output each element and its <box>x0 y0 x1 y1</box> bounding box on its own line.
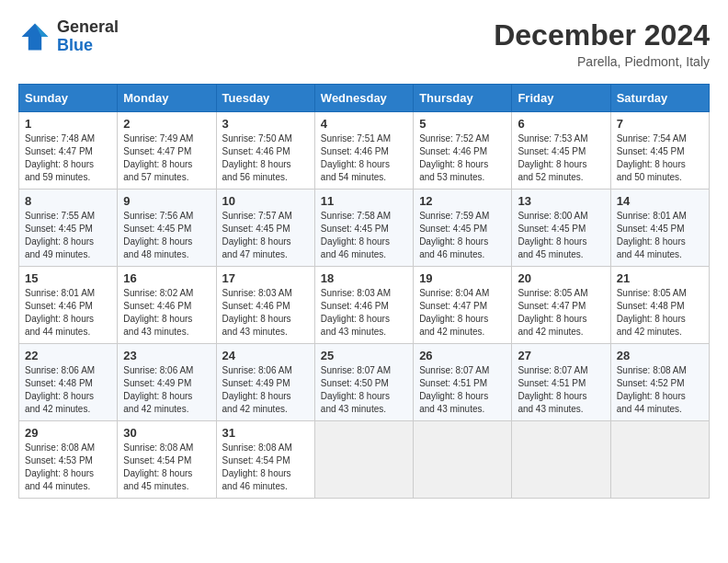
calendar-cell: 4Sunrise: 7:51 AMSunset: 4:46 PMDaylight… <box>314 112 413 190</box>
calendar-cell: 15Sunrise: 8:01 AMSunset: 4:46 PMDayligh… <box>19 267 118 344</box>
calendar-cell <box>512 421 610 499</box>
logo-general: General <box>57 17 119 36</box>
day-number: 5 <box>419 117 506 131</box>
calendar-cell: 26Sunrise: 8:07 AMSunset: 4:51 PMDayligh… <box>414 344 512 421</box>
calendar-cell: 14Sunrise: 8:01 AMSunset: 4:45 PMDayligh… <box>610 190 709 267</box>
cell-info: Sunrise: 7:59 AMSunset: 4:45 PMDaylight:… <box>419 211 489 259</box>
calendar-day-header: Friday <box>512 85 610 112</box>
calendar-week-row: 8Sunrise: 7:55 AMSunset: 4:45 PMDaylight… <box>19 190 710 267</box>
day-number: 19 <box>419 271 506 285</box>
logo-text: General Blue <box>57 18 119 55</box>
day-number: 16 <box>123 271 210 285</box>
day-number: 6 <box>518 117 604 131</box>
cell-info: Sunrise: 7:58 AMSunset: 4:45 PMDaylight:… <box>321 211 391 259</box>
calendar-day-header: Sunday <box>19 85 118 112</box>
cell-info: Sunrise: 8:06 AMSunset: 4:49 PMDaylight:… <box>123 365 193 414</box>
cell-info: Sunrise: 8:07 AMSunset: 4:51 PMDaylight:… <box>419 365 489 414</box>
day-number: 14 <box>617 194 703 208</box>
cell-info: Sunrise: 8:08 AMSunset: 4:52 PMDaylight:… <box>617 365 687 414</box>
calendar-day-header: Wednesday <box>314 85 413 112</box>
calendar-week-row: 15Sunrise: 8:01 AMSunset: 4:46 PMDayligh… <box>19 267 710 344</box>
calendar-cell: 20Sunrise: 8:05 AMSunset: 4:47 PMDayligh… <box>512 267 610 344</box>
cell-info: Sunrise: 7:50 AMSunset: 4:46 PMDaylight:… <box>222 133 292 182</box>
month-year: December 2024 <box>494 18 710 52</box>
day-number: 10 <box>222 194 309 208</box>
calendar-day-header: Tuesday <box>216 85 314 112</box>
calendar-cell: 27Sunrise: 8:07 AMSunset: 4:51 PMDayligh… <box>512 344 610 421</box>
calendar-cell <box>314 421 413 499</box>
cell-info: Sunrise: 8:07 AMSunset: 4:50 PMDaylight:… <box>321 365 391 414</box>
cell-info: Sunrise: 7:51 AMSunset: 4:46 PMDaylight:… <box>321 133 391 182</box>
calendar-week-row: 22Sunrise: 8:06 AMSunset: 4:48 PMDayligh… <box>19 344 710 421</box>
day-number: 21 <box>617 271 703 285</box>
calendar-cell: 13Sunrise: 8:00 AMSunset: 4:45 PMDayligh… <box>512 190 610 267</box>
calendar-cell: 2Sunrise: 7:49 AMSunset: 4:47 PMDaylight… <box>118 112 216 190</box>
day-number: 9 <box>123 194 210 208</box>
calendar-cell: 24Sunrise: 8:06 AMSunset: 4:49 PMDayligh… <box>216 344 314 421</box>
day-number: 4 <box>321 117 407 131</box>
calendar-cell <box>610 421 709 499</box>
day-number: 7 <box>617 117 703 131</box>
cell-info: Sunrise: 7:48 AMSunset: 4:47 PMDaylight:… <box>25 133 95 182</box>
calendar-table: SundayMondayTuesdayWednesdayThursdayFrid… <box>18 84 710 499</box>
calendar-cell: 23Sunrise: 8:06 AMSunset: 4:49 PMDayligh… <box>118 344 216 421</box>
cell-info: Sunrise: 8:01 AMSunset: 4:46 PMDaylight:… <box>25 288 95 337</box>
day-number: 26 <box>419 349 506 362</box>
cell-info: Sunrise: 8:02 AMSunset: 4:46 PMDaylight:… <box>123 288 193 337</box>
calendar-cell: 25Sunrise: 8:07 AMSunset: 4:50 PMDayligh… <box>314 344 413 421</box>
calendar-cell <box>414 421 512 499</box>
calendar-day-header: Monday <box>118 85 216 112</box>
calendar-cell: 8Sunrise: 7:55 AMSunset: 4:45 PMDaylight… <box>19 190 118 267</box>
cell-info: Sunrise: 7:49 AMSunset: 4:47 PMDaylight:… <box>123 133 193 182</box>
calendar-cell: 30Sunrise: 8:08 AMSunset: 4:54 PMDayligh… <box>118 421 216 499</box>
day-number: 2 <box>123 117 210 131</box>
cell-info: Sunrise: 8:01 AMSunset: 4:45 PMDaylight:… <box>617 211 687 259</box>
calendar-cell: 10Sunrise: 7:57 AMSunset: 4:45 PMDayligh… <box>216 190 314 267</box>
location: Parella, Piedmont, Italy <box>494 54 710 69</box>
cell-info: Sunrise: 8:07 AMSunset: 4:51 PMDaylight:… <box>518 365 587 414</box>
day-number: 1 <box>25 117 111 131</box>
calendar-cell: 12Sunrise: 7:59 AMSunset: 4:45 PMDayligh… <box>414 190 512 267</box>
day-number: 13 <box>518 194 604 208</box>
calendar-cell: 9Sunrise: 7:56 AMSunset: 4:45 PMDaylight… <box>118 190 216 267</box>
day-number: 17 <box>222 271 309 285</box>
calendar-cell: 28Sunrise: 8:08 AMSunset: 4:52 PMDayligh… <box>610 344 709 421</box>
cell-info: Sunrise: 8:06 AMSunset: 4:48 PMDaylight:… <box>25 365 95 414</box>
day-number: 18 <box>321 271 407 285</box>
calendar-body: 1Sunrise: 7:48 AMSunset: 4:47 PMDaylight… <box>19 112 710 499</box>
calendar-cell: 22Sunrise: 8:06 AMSunset: 4:48 PMDayligh… <box>19 344 118 421</box>
calendar-cell: 19Sunrise: 8:04 AMSunset: 4:47 PMDayligh… <box>414 267 512 344</box>
cell-info: Sunrise: 7:57 AMSunset: 4:45 PMDaylight:… <box>222 211 292 259</box>
calendar-week-row: 1Sunrise: 7:48 AMSunset: 4:47 PMDaylight… <box>19 112 710 190</box>
cell-info: Sunrise: 7:53 AMSunset: 4:45 PMDaylight:… <box>518 133 587 182</box>
cell-info: Sunrise: 8:08 AMSunset: 4:54 PMDaylight:… <box>123 442 193 491</box>
calendar-cell: 1Sunrise: 7:48 AMSunset: 4:47 PMDaylight… <box>19 112 118 190</box>
day-number: 22 <box>25 349 111 362</box>
calendar-day-header: Saturday <box>610 85 709 112</box>
day-number: 24 <box>222 349 309 362</box>
cell-info: Sunrise: 8:05 AMSunset: 4:47 PMDaylight:… <box>518 288 587 337</box>
calendar-cell: 3Sunrise: 7:50 AMSunset: 4:46 PMDaylight… <box>216 112 314 190</box>
calendar-cell: 17Sunrise: 8:03 AMSunset: 4:46 PMDayligh… <box>216 267 314 344</box>
calendar-cell: 5Sunrise: 7:52 AMSunset: 4:46 PMDaylight… <box>414 112 512 190</box>
day-number: 28 <box>617 349 703 362</box>
calendar-cell: 7Sunrise: 7:54 AMSunset: 4:45 PMDaylight… <box>610 112 709 190</box>
logo-icon <box>18 20 51 53</box>
logo-blue: Blue <box>57 36 93 54</box>
day-number: 27 <box>518 349 604 362</box>
cell-info: Sunrise: 8:03 AMSunset: 4:46 PMDaylight:… <box>222 288 292 337</box>
calendar-cell: 29Sunrise: 8:08 AMSunset: 4:53 PMDayligh… <box>19 421 118 499</box>
cell-info: Sunrise: 7:52 AMSunset: 4:46 PMDaylight:… <box>419 133 489 182</box>
calendar-cell: 31Sunrise: 8:08 AMSunset: 4:54 PMDayligh… <box>216 421 314 499</box>
calendar-day-header: Thursday <box>414 85 512 112</box>
calendar-cell: 18Sunrise: 8:03 AMSunset: 4:46 PMDayligh… <box>314 267 413 344</box>
cell-info: Sunrise: 8:05 AMSunset: 4:48 PMDaylight:… <box>617 288 687 337</box>
calendar-week-row: 29Sunrise: 8:08 AMSunset: 4:53 PMDayligh… <box>19 421 710 499</box>
day-number: 29 <box>25 426 111 440</box>
day-number: 25 <box>321 349 407 362</box>
logo: General Blue <box>18 18 119 55</box>
cell-info: Sunrise: 7:56 AMSunset: 4:45 PMDaylight:… <box>123 211 193 259</box>
day-number: 8 <box>25 194 111 208</box>
cell-info: Sunrise: 8:03 AMSunset: 4:46 PMDaylight:… <box>321 288 391 337</box>
day-number: 30 <box>123 426 210 440</box>
